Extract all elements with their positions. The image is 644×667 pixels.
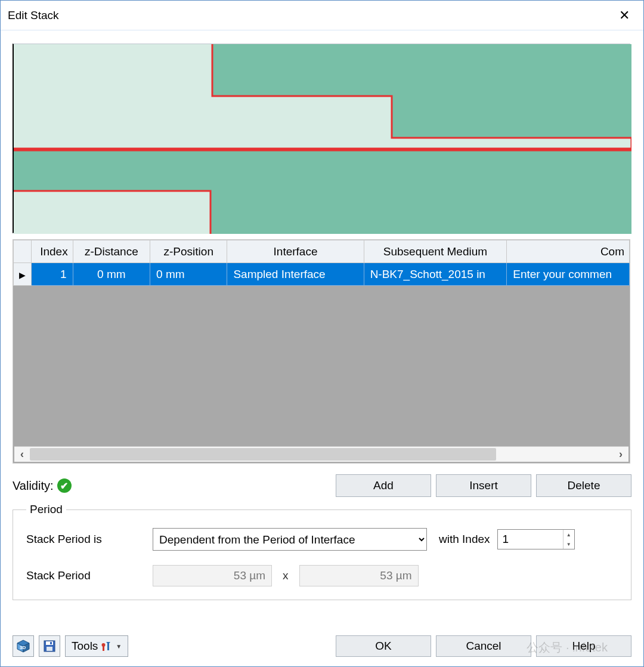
scroll-thumb[interactable] (30, 448, 496, 461)
validity-label: Validity: (13, 479, 54, 493)
period-group: Period Stack Period is Dependent from th… (13, 503, 631, 600)
scroll-track[interactable] (30, 447, 613, 462)
floppy-disk-icon (44, 640, 55, 652)
cube-3d-icon: 3D (16, 639, 30, 653)
svg-rect-14 (103, 646, 104, 651)
table-row[interactable]: ▶ 1 0 mm 0 mm Sampled Interface N-BK7_Sc… (14, 263, 630, 286)
edit-stack-dialog: Edit Stack ✕ (0, 0, 644, 667)
stack-table[interactable]: Index z-Distance z-Position Interface Su… (13, 240, 630, 286)
validity-ok-icon: ✔ (57, 478, 72, 493)
col-comment[interactable]: Com (507, 240, 630, 263)
col-index[interactable]: Index (31, 240, 73, 263)
svg-rect-11 (46, 641, 53, 645)
help-button[interactable]: Help (536, 635, 631, 657)
ok-button[interactable]: OK (336, 635, 431, 657)
window-title: Edit Stack (8, 9, 612, 22)
svg-rect-4 (14, 191, 210, 234)
svg-marker-17 (106, 642, 110, 644)
svg-rect-1 (212, 44, 631, 96)
svg-point-15 (102, 643, 106, 647)
col-z-distance[interactable]: z-Distance (73, 240, 150, 263)
content-area: Index z-Distance z-Position Interface Su… (1, 30, 643, 666)
tools-label: Tools (72, 640, 98, 653)
titlebar: Edit Stack ✕ (1, 1, 643, 30)
stack-period-y-field: 53 µm (299, 565, 419, 586)
cell-z-distance[interactable]: 0 mm (73, 263, 150, 286)
horizontal-scrollbar[interactable]: ‹ › (14, 446, 628, 462)
stack-period-mode-select[interactable]: Dependent from the Period of Interface (153, 528, 427, 551)
cell-comment[interactable]: Enter your commen (507, 263, 630, 286)
scroll-right-icon[interactable]: › (613, 447, 628, 462)
save-button[interactable] (39, 635, 60, 657)
cell-subsequent-medium[interactable]: N-BK7_Schott_2015 in (364, 263, 507, 286)
cell-interface[interactable]: Sampled Interface (227, 263, 364, 286)
col-z-position[interactable]: z-Position (150, 240, 227, 263)
cell-index[interactable]: 1 (31, 263, 73, 286)
scroll-left-icon[interactable]: ‹ (14, 447, 30, 462)
svg-text:3D: 3D (20, 645, 26, 650)
times-label: x (283, 569, 289, 582)
insert-button[interactable]: Insert (436, 474, 531, 497)
close-icon[interactable]: ✕ (612, 4, 636, 27)
stack-period-label: Stack Period (26, 569, 145, 582)
stack-period-x-field: 53 µm (153, 565, 272, 586)
col-interface[interactable]: Interface (227, 240, 364, 263)
with-index-label: with Index (439, 533, 490, 546)
with-index-spinner[interactable]: ▲ ▼ (497, 529, 575, 549)
cancel-button[interactable]: Cancel (436, 635, 531, 657)
stack-period-is-label: Stack Period is (26, 533, 145, 546)
delete-button[interactable]: Delete (536, 474, 631, 497)
stack-preview (13, 44, 630, 233)
row-selector-header (14, 240, 32, 263)
col-subsequent-medium[interactable]: Subsequent Medium (364, 240, 507, 263)
cell-z-position[interactable]: 0 mm (150, 263, 227, 286)
svg-rect-2 (392, 96, 631, 138)
view-3d-button[interactable]: 3D (13, 635, 34, 657)
spinner-down-icon[interactable]: ▼ (564, 539, 574, 549)
bottom-toolbar: 3D Tools ▼ OK Cancel Help (13, 635, 631, 657)
svg-rect-13 (50, 642, 52, 644)
chevron-down-icon: ▼ (116, 643, 122, 650)
tools-menu-button[interactable]: Tools ▼ (65, 635, 128, 657)
validity-row: Validity: ✔ Add Insert Delete (13, 474, 631, 497)
spinner-up-icon[interactable]: ▲ (564, 530, 574, 539)
period-legend: Period (26, 503, 66, 516)
with-index-input[interactable] (498, 530, 563, 549)
stack-table-container: Index z-Distance z-Position Interface Su… (13, 239, 630, 464)
svg-rect-12 (47, 647, 52, 651)
add-button[interactable]: Add (336, 474, 431, 497)
row-selector-icon[interactable]: ▶ (14, 263, 32, 286)
tools-icon (101, 641, 112, 651)
